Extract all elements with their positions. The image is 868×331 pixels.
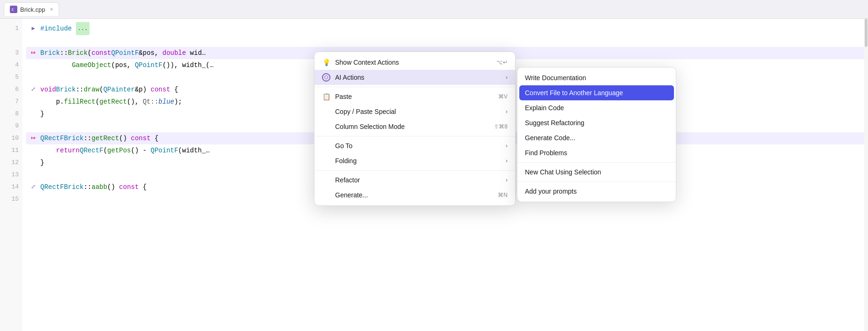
menu-item-label: Refactor [335,176,360,184]
submenu-item-find-problems[interactable]: Find Problems [517,145,676,160]
paste-icon: 📋 [322,92,330,101]
chevron-right-icon: › [506,177,508,183]
menu-item-label: Generate... [335,191,368,199]
submenu-item-label: Suggest Refactoring [525,119,584,127]
menu-item-copy-paste-special[interactable]: Copy / Paste Special › [314,104,515,119]
tab-bar: C Brick.cpp × [0,0,868,19]
ai-actions-submenu: Write Documentation Convert File to Anot… [517,67,676,202]
menu-item-show-context[interactable]: 💡 Show Context Actions ⌥↵ [314,55,515,70]
bulb-icon: 💡 [322,58,330,67]
menu-item-label: Go To [335,142,352,150]
submenu-item-new-chat[interactable]: New Chat Using Selection [517,165,676,180]
menu-item-paste[interactable]: 📋 Paste ⌘V [314,89,515,104]
shortcut-label: ⌘N [498,192,508,198]
chevron-right-icon: › [506,158,508,164]
submenu-item-label: Write Documentation [525,74,586,82]
menu-item-label: Paste [335,93,352,100]
arrow-icon: ⤇ [26,132,40,144]
menu-item-generate[interactable]: Generate... ⌘N [314,188,515,203]
context-menu: 💡 Show Context Actions ⌥↵ AI Actions › W… [314,52,516,206]
tab-close-button[interactable]: × [50,6,53,13]
menu-item-label: Copy / Paste Special [335,108,396,115]
svg-text:C: C [12,8,14,12]
expand-icon[interactable]: ▶ [26,23,40,35]
menu-item-label: AI Actions [335,74,364,81]
menu-divider-3 [314,170,515,171]
submenu-item-label: Find Problems [525,149,567,157]
empty-icon [322,157,330,165]
empty-icon [322,142,330,150]
scrollbar-thumb[interactable] [865,19,868,47]
code-line: ▶ #include ... [26,23,868,35]
submenu-item-convert-file[interactable]: Convert File to Another Language [519,85,674,100]
menu-item-label: Show Context Actions [335,59,399,66]
submenu-item-generate-code[interactable]: Generate Code... [517,130,676,145]
menu-divider-2 [314,136,515,136]
empty-icon [322,122,330,131]
menu-item-folding[interactable]: Folding › [314,153,515,168]
file-tab[interactable]: C Brick.cpp × [4,2,59,16]
submenu-divider [517,162,676,163]
chevron-right-icon: › [506,74,508,81]
editor-container: C Brick.cpp × 1 3 4 5 6 7 8 9 10 11 12 1… [0,0,868,331]
submenu-divider-2 [517,181,676,182]
code-line [26,35,868,47]
shortcut-label: ⇧⌘8 [494,123,508,130]
tab-filename: Brick.cpp [20,6,45,13]
submenu-item-add-prompts[interactable]: Add your prompts [517,184,676,199]
submenu-item-label: Generate Code... [525,134,575,142]
ai-icon [322,73,330,82]
menu-item-label: Column Selection Mode [335,123,405,130]
submenu-item-label: Convert File to Another Language [525,89,623,97]
submenu-item-write-docs[interactable]: Write Documentation [517,70,676,85]
chevron-right-icon: › [506,143,508,149]
file-type-icon: C [10,6,17,13]
arrow-icon: ⤇ [26,47,40,59]
menu-item-goto[interactable]: Go To › [314,138,515,153]
shortcut-label: ⌘V [498,93,508,100]
empty-icon [322,176,330,184]
expand-icon[interactable]: ⤢ [26,83,40,96]
empty-icon [322,191,330,199]
submenu-item-suggest-refactoring[interactable]: Suggest Refactoring [517,115,676,130]
chevron-right-icon: › [506,108,508,115]
submenu-item-label: Explain Code [525,104,564,112]
menu-item-refactor[interactable]: Refactor › [314,173,515,188]
empty-icon [322,107,330,116]
submenu-item-label: Add your prompts [525,188,577,195]
menu-item-label: Folding [335,157,357,165]
line-numbers: 1 3 4 5 6 7 8 9 10 11 12 13 14 15 [0,19,22,331]
submenu-item-explain-code[interactable]: Explain Code [517,100,676,115]
scrollbar[interactable] [864,19,868,331]
menu-divider-1 [314,87,515,87]
menu-item-column-select[interactable]: Column Selection Mode ⇧⌘8 [314,119,515,134]
submenu-item-label: New Chat Using Selection [525,168,601,176]
menu-item-ai-actions[interactable]: AI Actions › Write Documentation Convert… [314,70,515,85]
expand-icon[interactable]: ⤢ [26,181,40,193]
shortcut-label: ⌥↵ [496,59,508,66]
